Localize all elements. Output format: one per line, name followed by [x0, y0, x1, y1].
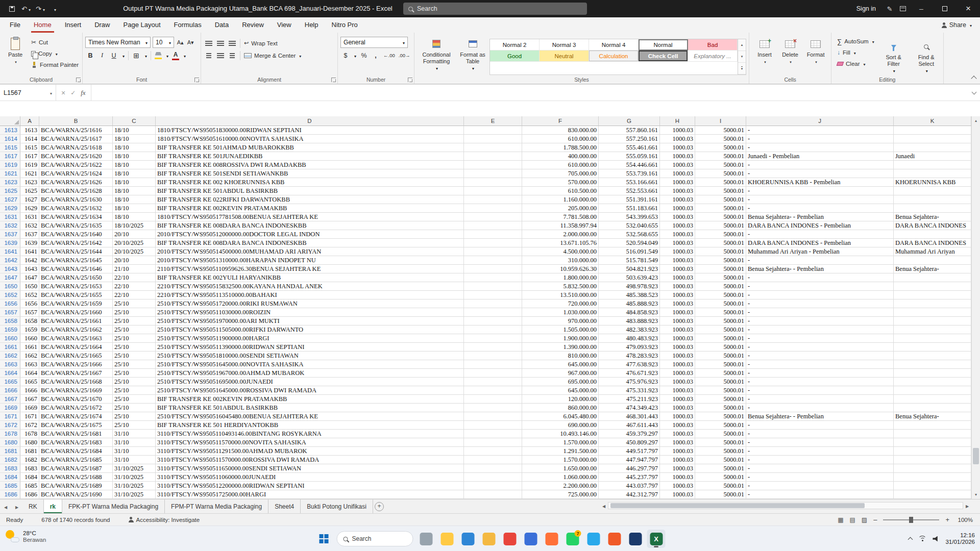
column-header-e[interactable]: E	[464, 116, 522, 126]
cell-a[interactable]: 1666	[20, 386, 39, 395]
cell-d[interactable]: 3110/FTSCY/WS950511650000.00SENDI SETIAW…	[156, 464, 464, 473]
align-center-button[interactable]	[216, 51, 225, 60]
cell-j[interactable]: -	[746, 187, 894, 195]
column-header-f[interactable]: F	[522, 116, 599, 126]
align-right-button[interactable]	[228, 51, 236, 60]
cell-g[interactable]: 474.349.423	[599, 404, 660, 412]
ribbon-tab-nitro-pro[interactable]: Nitro Pro	[325, 17, 364, 33]
cell-k[interactable]	[894, 135, 971, 143]
cell-e[interactable]	[464, 352, 522, 360]
cell-k[interactable]	[894, 334, 971, 343]
cell-k[interactable]	[894, 456, 971, 464]
cell-a[interactable]: 1681	[20, 447, 39, 456]
row-header[interactable]: 1684	[0, 473, 20, 482]
cell-f[interactable]: 610.500.00	[522, 187, 599, 195]
cell-b[interactable]: BCA/WARNA/25/1665	[39, 352, 113, 360]
cell-c[interactable]: 22/10	[113, 273, 156, 282]
cell-a[interactable]: 1672	[20, 421, 39, 430]
cell-d[interactable]: BIF TRANSFER KE 022RIFKI DARWANTOKBB	[156, 195, 464, 204]
cell-b[interactable]: BCA/WARNA/25/1687	[39, 464, 113, 473]
cell-g[interactable]: 459.379.297	[599, 430, 660, 438]
cell-j[interactable]: -	[746, 161, 894, 169]
cell-g[interactable]: 515.781.549	[599, 256, 660, 265]
cell-d[interactable]: 2510/FTSCY/WS95051645000.00ROSSIVA DWI R…	[156, 386, 464, 395]
cell-style-normal-3[interactable]: Normal 3	[540, 39, 589, 51]
cell-a[interactable]: 1686	[20, 490, 39, 499]
cell-i[interactable]: 5000.01	[695, 317, 746, 325]
cell-k[interactable]	[894, 395, 971, 404]
accessibility-status[interactable]: Accessibility: Investigate	[129, 517, 200, 523]
merge-center-button[interactable]: Merge & Center	[244, 51, 301, 60]
cell-e[interactable]	[464, 195, 522, 204]
titlebar-search[interactable]: Search	[403, 3, 587, 15]
cell-k[interactable]: Junaedi	[894, 152, 971, 161]
cell-j[interactable]: -	[746, 273, 894, 282]
ribbon-tab-formulas[interactable]: Formulas	[167, 17, 208, 33]
cell-h[interactable]: 1000.03	[660, 404, 695, 412]
cell-e[interactable]	[464, 447, 522, 456]
cell-d[interactable]: 3110/FTSCY/WS950511291500.00AHMAD MUBARO…	[156, 447, 464, 456]
cell-d[interactable]: 3110/FTSCY/WS95051725000.00HARGI	[156, 490, 464, 499]
cell-g[interactable]: 503.639.423	[599, 273, 660, 282]
cell-c[interactable]: 18/10/2025	[113, 221, 156, 230]
cell-h[interactable]: 1000.03	[660, 386, 695, 395]
cell-f[interactable]: 830.000.00	[522, 126, 599, 135]
cell-a[interactable]: 1619	[20, 161, 39, 169]
cell-j[interactable]: -	[746, 395, 894, 404]
cell-e[interactable]	[464, 482, 522, 490]
cut-button[interactable]: Cut	[31, 38, 79, 47]
cell-a[interactable]: 1684	[20, 473, 39, 482]
vertical-scrollbar[interactable]	[971, 116, 980, 499]
cell-e[interactable]	[464, 325, 522, 334]
cell-i[interactable]: 5000.01	[695, 334, 746, 343]
cell-i[interactable]: 5000.01	[695, 256, 746, 265]
cell-k[interactable]: DARA BANCA INDONES	[894, 221, 971, 230]
name-box[interactable]: L1567	[0, 85, 56, 101]
cell-b[interactable]: BCA/WARNA/25/1655	[39, 291, 113, 299]
cell-e[interactable]	[464, 143, 522, 152]
cell-k[interactable]	[894, 421, 971, 430]
sheet-tab-fpk-pt-warna-media-packaging[interactable]: FPK-PT Warna Media Packaging	[62, 499, 165, 513]
cell-b[interactable]: BCA/WARNA/25/1690	[39, 490, 113, 499]
cell-g[interactable]: 516.091.549	[599, 247, 660, 256]
cell-c[interactable]: 25/10	[113, 395, 156, 404]
cell-j[interactable]: -	[746, 135, 894, 143]
cell-k[interactable]	[894, 230, 971, 239]
cell-a[interactable]: 1683	[20, 464, 39, 473]
cell-a[interactable]: 1639	[20, 239, 39, 247]
cell-style-neutral[interactable]: Neutral	[540, 51, 589, 62]
cell-h[interactable]: 1000.03	[660, 265, 695, 273]
cell-i[interactable]: 5000.01	[695, 325, 746, 334]
cell-style-normal-2[interactable]: Normal 2	[490, 39, 540, 51]
row-header[interactable]: 1659	[0, 325, 20, 334]
cell-h[interactable]: 1000.03	[660, 195, 695, 204]
cell-b[interactable]: BCA/WARNA/25/1617	[39, 135, 113, 143]
cell-a[interactable]: 1669	[20, 404, 39, 412]
volume-icon[interactable]	[933, 536, 939, 542]
row-header[interactable]: 1661	[0, 343, 20, 352]
taskbar-app-nitro[interactable]	[605, 530, 624, 548]
cell-e[interactable]	[464, 126, 522, 135]
cell-a[interactable]: 1660	[20, 334, 39, 343]
cell-f[interactable]: 860.000.00	[522, 404, 599, 412]
cell-i[interactable]: 5000.01	[695, 360, 746, 369]
sheet-tab-bukti-potong-unifikasi[interactable]: Bukti Potong Unifikasi	[301, 499, 373, 513]
cell-e[interactable]	[464, 187, 522, 195]
borders-button[interactable]	[132, 51, 140, 60]
cell-e[interactable]	[464, 430, 522, 438]
row-header[interactable]: 1631	[0, 213, 20, 221]
cell-i[interactable]: 5000.01	[695, 178, 746, 187]
cell-c[interactable]: 25/10	[113, 360, 156, 369]
cell-i[interactable]: 5000.01	[695, 464, 746, 473]
row-header[interactable]: 1666	[0, 386, 20, 395]
bold-button[interactable]	[86, 51, 94, 60]
cell-g[interactable]: 555.461.661	[599, 143, 660, 152]
number-dialog-launcher[interactable]	[408, 78, 412, 82]
cell-h[interactable]: 1000.03	[660, 352, 695, 360]
undo-button[interactable]	[19, 2, 33, 15]
cell-a[interactable]: 1652	[20, 291, 39, 299]
cell-h[interactable]: 1000.03	[660, 360, 695, 369]
cell-i[interactable]: 5000.01	[695, 421, 746, 430]
cell-a[interactable]: 1613	[20, 126, 39, 135]
ribbon-tab-page-layout[interactable]: Page Layout	[117, 17, 167, 33]
